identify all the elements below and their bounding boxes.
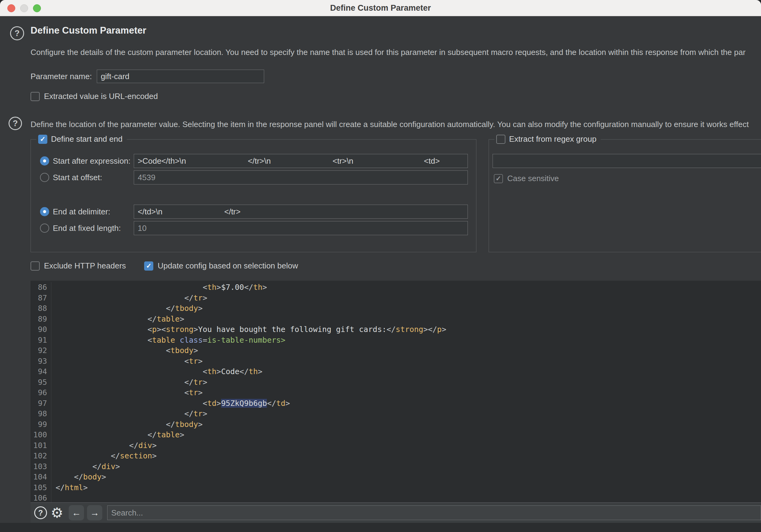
code-line[interactable]: 94 <th>Code</th> (30, 367, 761, 377)
start-after-expression-input[interactable] (134, 154, 468, 168)
line-number: 98 (30, 409, 51, 419)
code-line[interactable]: 105</html> (30, 483, 761, 493)
start-at-offset-input[interactable] (134, 170, 468, 184)
line-number: 95 (30, 377, 51, 388)
checkbox-disabled-checked-icon: ✓ (494, 174, 503, 183)
start-after-expression-row: Start after expression: (40, 154, 468, 168)
code-line[interactable]: 104 </body> (30, 472, 761, 483)
checkbox-icon (30, 92, 40, 101)
start-at-offset-label: Start at offset: (53, 173, 134, 182)
line-content: <th>Code</th> (56, 367, 262, 377)
editor-help-icon[interactable]: ? (34, 506, 47, 519)
code-line[interactable]: 99 </tbody> (30, 419, 761, 430)
start-after-expression-label: Start after expression: (53, 156, 134, 166)
end-at-delimiter-input[interactable] (134, 205, 468, 219)
intro-text: Configure the details of the custom para… (30, 48, 761, 57)
line-content: </div> (56, 441, 157, 451)
regex-input[interactable] (493, 154, 761, 168)
line-number: 106 (30, 493, 51, 502)
line-content: <tr> (56, 387, 203, 398)
extract-regex-checkbox[interactable]: Extract from regex group (495, 134, 601, 144)
line-number: 101 (30, 441, 51, 451)
line-content: </tr> (56, 377, 207, 388)
code-line[interactable]: 101 </div> (30, 441, 761, 451)
code-line[interactable]: 100 </table> (30, 430, 761, 441)
exclude-http-headers-checkbox[interactable]: Exclude HTTP headers (30, 261, 126, 270)
extract-regex-group: Extract from regex group ✓ Case sensitiv… (489, 139, 761, 252)
line-content: <tbody> (56, 345, 198, 356)
start-at-offset-radio[interactable] (40, 173, 49, 182)
checkbox-icon (30, 262, 40, 270)
line-number: 86 (30, 282, 51, 293)
line-number: 87 (30, 293, 51, 304)
update-config-checkbox[interactable]: ✓ Update config based on selection below (144, 261, 298, 270)
dialog-window: Define Custom Parameter ? Define Custom … (0, 0, 761, 532)
end-at-fixed-length-input[interactable] (134, 221, 468, 235)
define-start-end-checkbox[interactable]: ✓ Define start and end (36, 134, 127, 144)
help-icon[interactable]: ? (10, 26, 24, 40)
line-number: 97 (30, 398, 51, 409)
bottom-strip (0, 523, 761, 532)
parameter-name-input[interactable] (97, 70, 264, 83)
checkbox-icon (496, 135, 505, 144)
define-start-end-group: ✓ Define start and end Start after expre… (30, 139, 476, 252)
search-input[interactable] (107, 505, 761, 520)
checkbox-checked-icon: ✓ (38, 135, 47, 144)
line-number: 99 (30, 419, 51, 430)
code-line[interactable]: 88 </tbody> (30, 303, 761, 314)
dialog-content: ? Define Custom Parameter Configure the … (0, 16, 761, 532)
line-content: <tr> (56, 356, 203, 367)
code-line[interactable]: 87 </tr> (30, 293, 761, 304)
line-number: 92 (30, 345, 51, 356)
case-sensitive-checkbox[interactable]: ✓ Case sensitive (494, 174, 559, 183)
code-line[interactable]: 92 <tbody> (30, 345, 761, 356)
line-number: 94 (30, 367, 51, 377)
checkbox-checked-icon: ✓ (144, 262, 153, 270)
line-number: 91 (30, 335, 51, 346)
help-icon[interactable]: ? (9, 117, 22, 130)
line-content: <td>95ZkQ9b6gb</td> (56, 398, 290, 409)
line-number: 88 (30, 303, 51, 314)
code-line[interactable]: 106 (30, 493, 761, 502)
code-line[interactable]: 98 </tr> (30, 409, 761, 419)
arrow-left-icon: ← (72, 507, 81, 518)
code-line[interactable]: 86 <th>$7.00</th> (30, 282, 761, 293)
end-at-fixed-length-label: End at fixed length: (53, 223, 134, 233)
code-line[interactable]: 97 <td>95ZkQ9b6gb</td> (30, 398, 761, 409)
code-lines: 86 <th>$7.00</th>87 </tr>88 </tbody>89 <… (30, 281, 761, 502)
line-number: 89 (30, 314, 51, 325)
line-content: </tbody> (56, 419, 203, 430)
line-content: </div> (56, 461, 120, 472)
start-after-expression-radio[interactable] (40, 156, 49, 165)
code-line[interactable]: 96 <tr> (30, 387, 761, 398)
editor-toolbar: ? ⚙ ← → (30, 502, 761, 523)
line-content: </body> (56, 472, 106, 483)
settings-gear-icon[interactable]: ⚙ (51, 506, 63, 520)
previous-match-button[interactable]: ← (69, 505, 84, 520)
line-number: 100 (30, 430, 51, 441)
end-at-fixed-length-row: End at fixed length: (40, 221, 468, 235)
update-config-label: Update config based on selection below (157, 261, 298, 270)
code-line[interactable]: 93 <tr> (30, 356, 761, 367)
line-number: 102 (30, 451, 51, 461)
selected-value: 95ZkQ9b6gb (221, 399, 267, 408)
next-match-button[interactable]: → (87, 505, 102, 520)
end-at-delimiter-radio[interactable] (40, 207, 49, 216)
code-line[interactable]: 89 </table> (30, 314, 761, 325)
line-content: </tbody> (56, 303, 203, 314)
line-content: <table class=is-table-numbers> (56, 335, 285, 346)
code-line[interactable]: 103 </div> (30, 461, 761, 472)
code-line[interactable]: 91 <table class=is-table-numbers> (30, 335, 761, 346)
line-content: </table> (56, 314, 184, 325)
code-line[interactable]: 90 <p><strong>You have bought the follow… (30, 324, 761, 335)
define-start-end-label: Define start and end (51, 134, 122, 144)
options-row: Exclude HTTP headers ✓ Update config bas… (30, 261, 298, 270)
url-encoded-checkbox[interactable]: Extracted value is URL-encoded (30, 91, 158, 101)
end-at-fixed-length-radio[interactable] (40, 223, 49, 233)
extract-regex-label: Extract from regex group (509, 134, 596, 144)
line-number: 93 (30, 356, 51, 367)
code-line[interactable]: 102 </section> (30, 451, 761, 461)
code-line[interactable]: 95 </tr> (30, 377, 761, 388)
line-content: </section> (56, 451, 157, 461)
response-editor[interactable]: 86 <th>$7.00</th>87 </tr>88 </tbody>89 <… (30, 281, 761, 502)
